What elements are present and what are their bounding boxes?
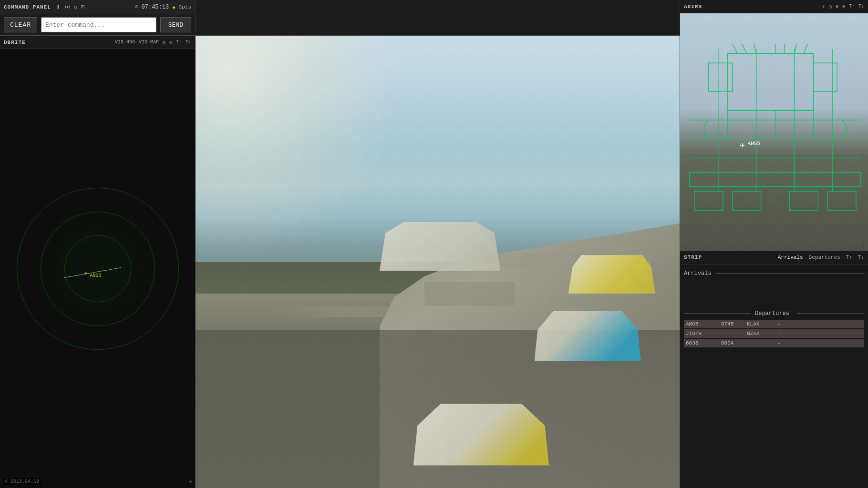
svg-rect-10: [690, 173, 861, 187]
left-panel: COMMAND PANEL ⏸ ⏭ ↻ ⊡ ⊙ 07:45:13 ★ 0pts …: [0, 0, 196, 488]
command-panel-title: COMMAND PANEL: [4, 4, 51, 10]
adirs-aircraft-marker: ✈: [740, 142, 745, 149]
departures-divider-left: [684, 313, 751, 314]
time-icon: ⊙: [135, 3, 138, 10]
command-panel: COMMAND PANEL ⏸ ⏭ ↻ ⊡ ⊙ 07:45:13 ★ 0pts …: [0, 0, 195, 36]
svg-rect-1: [709, 63, 733, 92]
svg-rect-23: [789, 191, 818, 210]
flight-dest-1: KLAX: [747, 321, 775, 327]
dbrite-header: DBRITE VIS HDG VIS MAP ⊕ ⊖ T↑ T↓: [0, 36, 195, 49]
departure-row-2[interactable]: JTO/H NZAA -: [684, 329, 864, 338]
svg-rect-24: [827, 191, 856, 210]
adirs-aircraft-callsign: ANG5: [748, 141, 760, 146]
flight-status-2: -: [777, 331, 792, 336]
svg-text:✈: ✈: [740, 142, 745, 149]
center-panel: [196, 0, 680, 488]
strip-header: STRIP Arrivals Departures T↑ T↓: [680, 251, 868, 264]
dbrite-title: DBRITE: [4, 40, 26, 45]
forward-icon[interactable]: ⏭: [64, 3, 70, 10]
strip-title: STRIP: [684, 254, 702, 260]
text-up-button[interactable]: T↑: [176, 40, 182, 45]
flight-time-3: 0004: [721, 340, 745, 346]
adirs-title: ADIRS: [684, 4, 702, 10]
svg-line-16: [754, 44, 756, 53]
radar-cross-icon: ✛: [189, 478, 192, 485]
header-time-group: ⊙ 07:45:13 ★ 0pts: [135, 3, 191, 11]
airport-diagram-svg: ✈ ANG5: [680, 13, 868, 251]
radar-aircraft-label: ANG5: [90, 273, 101, 278]
departure-row-1[interactable]: ANG5 0745 KLAX -: [684, 320, 864, 328]
command-input[interactable]: [41, 17, 156, 32]
departure-row-3[interactable]: 6036 0004 -: [684, 339, 864, 347]
flight-status-1: -: [777, 321, 792, 327]
svg-rect-0: [728, 53, 814, 111]
clear-button[interactable]: CLEAR: [4, 17, 37, 32]
flight-callsign-1: ANG5: [686, 321, 719, 327]
camera-icon[interactable]: ⊡: [81, 3, 84, 10]
command-input-row: CLEAR SEND: [0, 14, 195, 35]
flight-callsign-2: JTO/H: [686, 331, 719, 336]
star-icon[interactable]: ★: [172, 3, 176, 11]
flight-time-2: [721, 331, 745, 336]
strip-panel: STRIP Arrivals Departures T↑ T↓ Arrivals: [680, 251, 868, 488]
radar-circle-inner: [64, 235, 131, 302]
departures-divider-right: [797, 313, 864, 314]
refresh-icon[interactable]: ↻: [74, 3, 77, 10]
adirs-zoom-out-button[interactable]: ⊖: [842, 4, 845, 10]
center-header-spacer: [196, 0, 680, 36]
arrivals-empty-space: [684, 280, 864, 308]
radar-display: ✈ ANG5 V 2016.04.19 ✛: [0, 49, 195, 488]
adirs-zoom-in-button[interactable]: ⊕: [836, 4, 838, 10]
svg-rect-21: [694, 191, 723, 210]
tab-departures[interactable]: Departures: [809, 254, 840, 260]
adirs-map: ✈ ANG5 ⊞: [680, 13, 868, 251]
adirs-crosshair-button[interactable]: ✛: [822, 4, 825, 10]
strip-content: Arrivals Departures ANG5 0745 KLAX -: [680, 264, 868, 488]
zoom-in-button[interactable]: ⊕: [163, 40, 165, 45]
strip-tabs: Arrivals Departures T↑ T↓: [778, 254, 864, 260]
flight-callsign-3: 6036: [686, 340, 719, 346]
adirs-text-down-button[interactable]: T↓: [858, 4, 864, 9]
svg-rect-22: [733, 191, 761, 210]
vis-hdg-button[interactable]: VIS HDG: [115, 40, 135, 45]
adirs-controls: ✛ ◯ ⊕ ⊖ T↑ T↓: [822, 4, 864, 10]
viewport-3d: [196, 36, 680, 488]
flight-dest-2: NZAA: [747, 331, 775, 336]
svg-line-20: [804, 44, 807, 53]
radar-aircraft-blip: ✈: [84, 269, 88, 277]
adirs-header: ADIRS ✛ ◯ ⊕ ⊖ T↑ T↓: [680, 0, 868, 13]
tab-arrivals[interactable]: Arrivals: [778, 254, 803, 260]
vis-map-button[interactable]: VIS MAP: [139, 40, 159, 45]
pause-icon[interactable]: ⏸: [55, 3, 61, 10]
send-button[interactable]: SEND: [160, 17, 191, 32]
flight-time-1: 0745: [721, 321, 745, 327]
arrivals-section-header: Arrivals: [684, 270, 864, 277]
haze-layer: [196, 149, 680, 216]
version-badge: V 2016.04.19: [3, 478, 41, 485]
text-down-button[interactable]: T↓: [186, 40, 191, 45]
arrivals-divider: [715, 273, 864, 274]
expand-icon[interactable]: ⊞: [862, 242, 865, 249]
svg-rect-2: [813, 63, 837, 92]
departures-section-header: Departures: [684, 310, 864, 317]
right-panel: ADIRS ✛ ◯ ⊕ ⊖ T↑ T↓: [680, 0, 868, 488]
svg-line-15: [742, 44, 747, 53]
departures-label: Departures: [755, 310, 789, 317]
command-panel-header: COMMAND PANEL ⏸ ⏭ ↻ ⊡ ⊙ 07:45:13 ★ 0pts: [0, 0, 195, 14]
strip-text-down[interactable]: T↓: [858, 254, 864, 260]
main-layout: COMMAND PANEL ⏸ ⏭ ↻ ⊡ ⊙ 07:45:13 ★ 0pts …: [0, 0, 868, 488]
adirs-text-up-button[interactable]: T↑: [849, 4, 855, 9]
flight-dest-3: [747, 340, 775, 346]
clock-display: 07:45:13: [142, 4, 169, 10]
adirs-circle-button[interactable]: ◯: [829, 4, 832, 10]
strip-text-up[interactable]: T↑: [846, 254, 852, 260]
pts-badge: 0pts: [179, 4, 191, 10]
zoom-out-button[interactable]: ⊖: [169, 40, 172, 45]
flight-status-3: -: [777, 340, 792, 346]
dbrite-controls: VIS HDG VIS MAP ⊕ ⊖ T↑ T↓: [115, 40, 191, 45]
svg-line-14: [733, 44, 737, 53]
arrivals-label: Arrivals: [684, 270, 712, 277]
